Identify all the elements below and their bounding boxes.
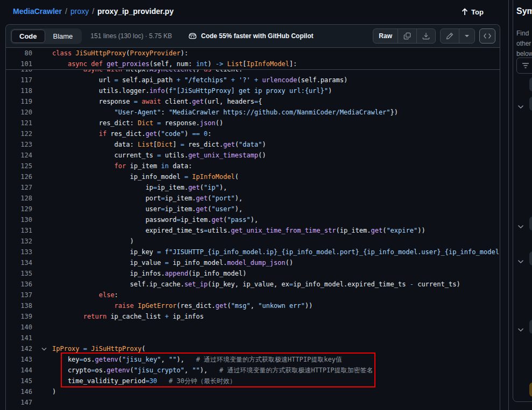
line-number[interactable]: 138	[6, 300, 32, 311]
gutter	[32, 386, 52, 397]
line-number[interactable]: 117	[6, 75, 32, 85]
line-number[interactable]: 147	[6, 397, 32, 408]
symbol-item[interactable]	[529, 320, 532, 334]
line-number[interactable]: 128	[6, 193, 32, 204]
gutter	[32, 322, 52, 333]
download-button[interactable]	[416, 29, 435, 43]
copilot-banner-text: Code 55% faster with GitHub Copilot	[201, 32, 314, 40]
line-number[interactable]: 130	[6, 214, 32, 225]
copy-icon	[403, 32, 411, 40]
symbols-panel-description: Findotherbelow	[516, 28, 532, 59]
line-number[interactable]: 122	[6, 128, 32, 139]
line-number[interactable]: 121	[6, 118, 32, 128]
code-line-134: 134 ip_value = ip_info_model.model_dump_…	[6, 257, 500, 268]
edit-dropdown-button[interactable]	[459, 29, 474, 43]
symbol-item[interactable]	[529, 97, 532, 111]
gutter	[32, 96, 52, 107]
symbol-expand-chevron-icon[interactable]	[517, 221, 524, 226]
line-number[interactable]: 142	[6, 343, 32, 354]
line-number[interactable]: 126	[6, 171, 32, 182]
line-number[interactable]: 140	[6, 322, 32, 333]
symbol-expand-chevron-icon[interactable]	[517, 325, 524, 329]
line-number[interactable]: 143	[6, 354, 32, 365]
line-number[interactable]: 135	[6, 268, 32, 279]
code-text: self.ip_cache.set_ip(ip_key, ip_value, e…	[52, 279, 500, 290]
line-number[interactable]: 145	[6, 376, 32, 386]
breadcrumb-repo-link[interactable]: MediaCrawler	[13, 7, 62, 16]
line-number[interactable]: 123	[6, 139, 32, 150]
raw-button[interactable]: Raw	[373, 29, 398, 43]
raw-actions-group: Raw	[373, 28, 436, 44]
fold-toggle[interactable]	[32, 343, 52, 354]
line-number[interactable]: 146	[6, 386, 32, 397]
code-line-125: 125 for ip_item in data:	[6, 161, 500, 171]
file-view-panel: Code Blame 151 lines (130 loc) · 5.75 KB…	[5, 24, 500, 410]
code-text: for ip_item in data:	[52, 161, 500, 171]
gutter	[32, 139, 52, 150]
code-text: current_ts = utils.get_unix_timestamp()	[52, 150, 500, 161]
line-number[interactable]: 118	[6, 85, 32, 96]
line-number[interactable]: 141	[6, 333, 32, 343]
code-line-119: 119 response = await client.get(url, hea…	[6, 96, 500, 107]
code-text: ip_infos.append(ip_info_model)	[52, 268, 500, 279]
line-number[interactable]: 119	[6, 96, 32, 107]
scroll-to-top-button[interactable]: Top	[462, 5, 484, 19]
chevron-down-icon	[465, 35, 469, 37]
tab-code[interactable]: Code	[11, 30, 45, 43]
symbols-toggle-button[interactable]	[479, 28, 495, 44]
symbols-description-line: Find	[516, 28, 532, 39]
pencil-icon	[446, 32, 453, 40]
code-text: res_dict: Dict = response.json()	[52, 118, 500, 128]
edit-button[interactable]	[441, 29, 459, 43]
line-number[interactable]: 131	[6, 225, 32, 236]
code-editor-area: 80class JiSuHttpProxy(ProxyProvider):101…	[6, 48, 500, 410]
line-number[interactable]: 144	[6, 365, 32, 376]
code-line-133: 133 ip_key = f"JISUHTTP_{ip_info_model.i…	[6, 247, 500, 257]
line-number[interactable]: 132	[6, 236, 32, 247]
gutter	[32, 290, 52, 300]
gutter	[32, 204, 52, 214]
symbol-item[interactable]	[529, 251, 532, 265]
line-number[interactable]: 139	[6, 311, 32, 322]
code-text: ip_info_model = IpInfoModel(	[52, 171, 500, 182]
line-number[interactable]: 80	[6, 48, 32, 59]
gutter	[32, 75, 52, 85]
code-text: ip_value = ip_info_model.model_dump_json…	[52, 257, 500, 268]
symbol-item[interactable]	[529, 77, 532, 91]
filter-icon	[522, 62, 529, 69]
line-number[interactable]: 120	[6, 107, 32, 118]
line-number[interactable]: 133	[6, 247, 32, 257]
gutter	[32, 150, 52, 161]
arrow-up-icon	[462, 8, 468, 16]
gutter	[32, 48, 52, 59]
line-number[interactable]: 125	[6, 161, 32, 171]
gutter	[32, 247, 52, 257]
code-line-123: 123 data: List[Dict] = res_dict.get("dat…	[6, 139, 500, 150]
code-text: response = await client.get(url, headers…	[52, 96, 500, 107]
gutter	[32, 376, 52, 386]
code-line-137: 137 else:	[6, 290, 500, 300]
code-line-129: 129 user=ip_item.get("user"),	[6, 204, 500, 214]
symbols-filter-input[interactable]	[516, 57, 532, 74]
breadcrumb-dir-link[interactable]: proxy	[70, 7, 89, 16]
code-text: port=ip_item.get("port"),	[52, 193, 500, 204]
code-line-127: 127 ip=ip_item.get("ip"),	[6, 182, 500, 193]
line-number[interactable]: 129	[6, 204, 32, 214]
line-number[interactable]: 134	[6, 257, 32, 268]
sidebar-resize-divider[interactable]	[508, 0, 509, 410]
edit-actions-group	[440, 28, 475, 44]
code-line-138: 138 raise IpGetError(res_dict.get("msg",…	[6, 300, 500, 311]
code-text: ip=ip_item.get("ip"),	[52, 182, 500, 193]
copy-button[interactable]	[398, 29, 416, 43]
symbol-expand-chevron-icon[interactable]	[517, 256, 524, 261]
line-number[interactable]: 101	[6, 59, 32, 69]
code-text: if res_dict.get("code") == 0:	[52, 128, 500, 139]
line-number[interactable]: 124	[6, 150, 32, 161]
tab-blame[interactable]: Blame	[45, 30, 81, 43]
line-number[interactable]: 127	[6, 182, 32, 193]
symbol-item[interactable]	[529, 217, 532, 231]
symbol-expand-chevron-icon[interactable]	[517, 102, 524, 106]
symbol-item-active[interactable]	[529, 383, 532, 397]
line-number[interactable]: 137	[6, 290, 32, 300]
line-number[interactable]: 136	[6, 279, 32, 290]
